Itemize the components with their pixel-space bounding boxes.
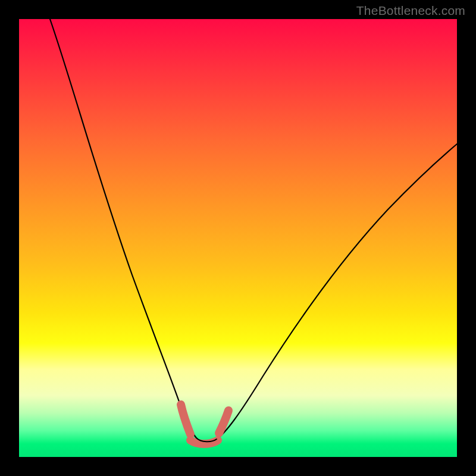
left-branch-curve (50, 19, 196, 438)
chart-frame: TheBottleneck.com (0, 0, 476, 476)
right-branch-curve (217, 144, 457, 439)
watermark-text: TheBottleneck.com (356, 4, 465, 18)
bottleneck-left-blob (181, 405, 190, 434)
curve-layer (19, 19, 457, 457)
plot-area (19, 19, 457, 457)
